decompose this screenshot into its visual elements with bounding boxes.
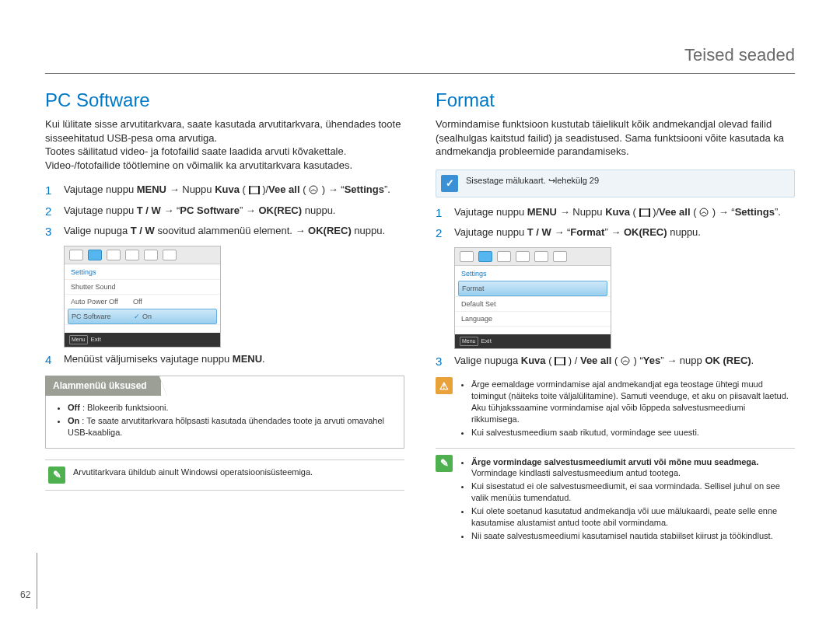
kuva-icon: [249, 186, 260, 194]
warning-icon: ⚠: [436, 377, 453, 394]
format-screenshot: Settings Format Default Set Language Men…: [454, 247, 611, 349]
veeall-icon: [621, 356, 631, 365]
svg-rect-0: [250, 187, 259, 194]
bluenote-text: Sisestage mälukaart. ↪lehekülg 29: [466, 175, 789, 187]
step-text: Vajutage nuppu T / W → “Format” → OK(REC…: [454, 225, 795, 241]
svg-rect-8: [555, 358, 565, 365]
svg-rect-9: [555, 357, 556, 365]
step-text: Valige nupuga Kuva ( ) / Vee all ( ) “Ye…: [454, 354, 795, 369]
veeall-icon: [309, 185, 319, 194]
note-text: Ärge vormindage salvestusmeediumit arvut…: [460, 455, 795, 543]
page-number: 62: [20, 553, 37, 609]
step-text: Vajutage nuppu MENU → Nuppu Kuva ( )/Vee…: [454, 205, 795, 221]
step-number: 4: [45, 352, 56, 368]
veeall-icon: [699, 208, 709, 217]
svg-rect-4: [640, 209, 649, 216]
note-icon: ✎: [436, 455, 453, 472]
header-title: Teised seaded: [45, 44, 795, 73]
footnote-text: Arvutitarkvara ühildub ainult Windowsi o…: [73, 467, 401, 478]
step-number: 3: [45, 224, 56, 239]
step-text: Vajutage nuppu MENU → Nuppu Kuva ( )/Vee…: [64, 183, 404, 198]
format-heading: Format: [436, 88, 795, 113]
submenu-heading: Alammenüü üksused: [45, 376, 167, 396]
step-number: 3: [436, 354, 446, 369]
pc-software-intro: Kui lülitate sisse arvutitarkvara, saate…: [45, 117, 404, 172]
pc-software-screenshot: Settings Shutter Sound Auto Power OffOff…: [64, 246, 221, 348]
info-icon: ✓: [441, 175, 458, 192]
svg-rect-5: [639, 208, 641, 217]
kuva-icon: [555, 357, 565, 365]
svg-rect-1: [249, 186, 250, 194]
step-number: 1: [436, 205, 446, 221]
step-text: Menüüst väljumiseks vajutage nuppu MENU.: [64, 352, 404, 368]
step-text: Vajutage nuppu T / W → “PC Software” → O…: [64, 204, 404, 219]
pc-software-heading: PC Software: [45, 88, 404, 113]
kuva-icon: [639, 208, 650, 217]
format-intro: Vormindamise funktsioon kustutab täielik…: [436, 117, 795, 159]
submenu-box: Alammenüü üksused Off : Blokeerib funkts…: [45, 376, 404, 449]
step-number: 2: [436, 225, 446, 241]
note-icon: ✎: [48, 467, 65, 484]
step-number: 2: [45, 204, 56, 219]
warning-text: Ärge eemaldage vormindamise ajal andmeka…: [460, 377, 795, 439]
step-number: 1: [45, 183, 56, 198]
step-text: Valige nupuga T / W soovitud alammenüü e…: [64, 224, 404, 239]
